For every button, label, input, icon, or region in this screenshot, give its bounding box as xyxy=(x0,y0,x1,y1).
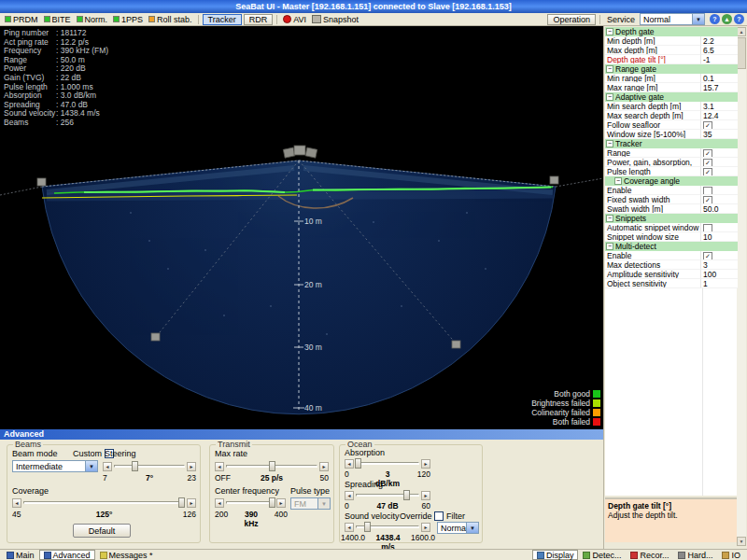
tab-recor[interactable]: Recor... xyxy=(626,550,673,560)
property-row-min-depth-m[interactable]: Min depth [m]2.2 xyxy=(605,36,738,46)
property-row-power-gain-absorption[interactable]: Power, gain, absorption,✓ xyxy=(605,158,738,167)
override-checkbox[interactable] xyxy=(434,511,444,521)
gate-handle-right[interactable] xyxy=(550,176,558,184)
chevron-down-icon[interactable]: ▼ xyxy=(85,461,97,471)
filter-select[interactable]: Normal ▼ xyxy=(437,522,479,534)
tab-hard[interactable]: Hard... xyxy=(673,550,717,560)
collapse-icon[interactable]: − xyxy=(606,28,613,35)
slider-track[interactable] xyxy=(225,461,318,471)
property-row-min-range-m[interactable]: Min range [m]0.1 xyxy=(605,74,738,83)
toolbar-toggle-prdm[interactable]: PRDM xyxy=(3,14,40,25)
toolbar-toggle-norm[interactable]: Norm. xyxy=(75,14,110,25)
collapse-icon[interactable]: − xyxy=(606,140,613,147)
coverage-slider[interactable]: ◄ ► xyxy=(12,497,196,508)
checkbox[interactable]: ✓ xyxy=(703,196,712,204)
property-row-depth-gate-tilt[interactable]: Depth gate tilt [°]-1 xyxy=(605,55,738,64)
property-row-window-size-5-100[interactable]: Window size [5-100%]35 xyxy=(605,130,738,139)
toolbar-toggle-bite[interactable]: BITE xyxy=(42,14,73,25)
tab-io[interactable]: IO xyxy=(717,550,745,560)
slider-left-icon[interactable]: ◄ xyxy=(345,523,354,532)
slider-right-icon[interactable]: ► xyxy=(187,462,196,471)
checkbox[interactable]: ✓ xyxy=(703,168,712,176)
property-row-max-detections[interactable]: Max detections3 xyxy=(605,260,738,270)
property-value[interactable]: 1 xyxy=(701,279,738,288)
scroll-up-icon[interactable]: ▲ xyxy=(737,27,746,36)
collapse-icon[interactable]: − xyxy=(606,243,613,250)
slider-track[interactable] xyxy=(355,458,420,469)
property-scrollbar[interactable]: ▲ ▼ xyxy=(737,27,746,546)
collapse-icon[interactable]: − xyxy=(606,65,613,73)
operation-button[interactable]: Operation xyxy=(547,14,596,25)
absorption-slider[interactable]: ◄ ► xyxy=(345,458,430,469)
property-value[interactable] xyxy=(701,186,738,195)
property-row-max-range-m[interactable]: Max range [m]15.7 xyxy=(605,83,738,92)
collapse-icon[interactable]: − xyxy=(606,93,613,101)
property-row-pulse-length[interactable]: Pulse length✓ xyxy=(605,167,738,176)
property-row-max-search-depth-m[interactable]: Max search depth [m]12.4 xyxy=(605,111,738,120)
property-category-depth-gate[interactable]: −Depth gate xyxy=(605,27,738,36)
property-value[interactable]: 3.1 xyxy=(701,102,738,111)
default-button[interactable]: Default xyxy=(73,524,131,538)
property-value[interactable]: -1 xyxy=(701,55,738,64)
property-value[interactable]: 15.7 xyxy=(701,83,738,92)
gate-handle-left[interactable] xyxy=(37,178,46,186)
checkbox[interactable] xyxy=(703,224,712,232)
slider-left-icon[interactable]: ◄ xyxy=(345,459,354,469)
mode-select[interactable]: Normal ▼ xyxy=(640,13,705,25)
slider-right-icon[interactable]: ► xyxy=(421,459,430,469)
property-row-snippet-window-size[interactable]: Snippet window size10 xyxy=(605,232,738,242)
tab-display[interactable]: Display xyxy=(532,550,579,560)
collapse-icon[interactable]: − xyxy=(614,177,622,185)
property-value[interactable]: ✓ xyxy=(701,158,738,167)
slider-left-icon[interactable]: ◄ xyxy=(103,462,112,471)
tab-main[interactable]: Main xyxy=(2,550,39,560)
property-value[interactable]: 35 xyxy=(701,130,738,139)
beam-mode-select[interactable]: Intermediate ▼ xyxy=(12,460,98,472)
help-icon[interactable]: ? xyxy=(710,14,720,24)
property-row-automatic-snippet-window[interactable]: Automatic snippet window xyxy=(605,223,738,232)
property-value[interactable]: 10 xyxy=(701,232,738,242)
property-value[interactable]: ✓ xyxy=(701,120,738,130)
slider-thumb[interactable] xyxy=(355,458,361,469)
slider-track[interactable] xyxy=(113,461,186,471)
center-frequency-slider[interactable]: ◄ ► xyxy=(215,497,286,508)
property-row-range[interactable]: Range✓ xyxy=(605,148,738,158)
panel-toggle-icon[interactable]: ▲ xyxy=(722,14,732,24)
property-value[interactable] xyxy=(701,223,738,232)
slider-thumb[interactable] xyxy=(269,497,275,508)
slider-track[interactable] xyxy=(225,497,275,508)
property-value[interactable]: 50.0 xyxy=(701,204,738,214)
property-row-object-sensitivity[interactable]: Object sensitivity1 xyxy=(605,279,738,288)
slider-right-icon[interactable]: ► xyxy=(319,462,329,471)
gate-handle-lower-left[interactable] xyxy=(151,333,160,341)
gate-handle-lower-right[interactable] xyxy=(452,341,460,348)
collapse-icon[interactable]: − xyxy=(606,215,613,222)
slider-left-icon[interactable]: ◄ xyxy=(345,491,354,500)
slider-right-icon[interactable]: ► xyxy=(276,498,286,508)
spreading-slider[interactable]: ◄ ► xyxy=(345,490,430,500)
slider-left-icon[interactable]: ◄ xyxy=(215,498,224,508)
property-category-adaptive-gate[interactable]: −Adaptive gate xyxy=(605,92,738,102)
slider-thumb[interactable] xyxy=(364,522,371,532)
context-help-icon[interactable]: ? xyxy=(734,14,744,24)
checkbox[interactable]: ✓ xyxy=(703,121,712,130)
slider-left-icon[interactable]: ◄ xyxy=(12,498,21,508)
property-value[interactable]: 0.1 xyxy=(701,74,738,83)
slider-track[interactable] xyxy=(355,522,420,532)
tab-advanced[interactable]: Advanced xyxy=(39,550,95,560)
property-value[interactable]: 12.4 xyxy=(701,111,738,120)
property-row-fixed-swath-width[interactable]: Fixed swath width✓ xyxy=(605,195,738,204)
property-row-min-search-depth-m[interactable]: Min search depth [m]3.1 xyxy=(605,102,738,111)
slider-right-icon[interactable]: ► xyxy=(187,498,196,508)
slider-thumb[interactable] xyxy=(403,490,410,500)
property-value[interactable]: 3 xyxy=(701,260,738,270)
property-value[interactable]: 2.2 xyxy=(701,36,738,46)
property-row-amplitude-sensitivity[interactable]: Amplitude sensitivity100 xyxy=(605,270,738,279)
slider-track[interactable] xyxy=(22,497,186,508)
steering-slider[interactable]: ◄ ► xyxy=(103,461,196,471)
avi-toggle[interactable]: AVI xyxy=(281,14,308,25)
property-category-multi-detect[interactable]: −Multi-detect xyxy=(605,242,738,251)
property-value[interactable]: 6.5 xyxy=(701,46,738,55)
slider-thumb[interactable] xyxy=(132,461,138,471)
tab-detec[interactable]: Detec... xyxy=(578,550,626,560)
